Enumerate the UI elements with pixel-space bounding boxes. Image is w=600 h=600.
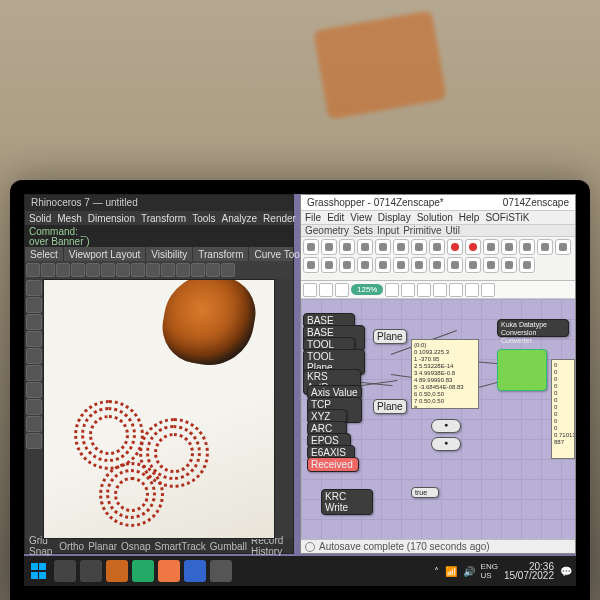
toolbar-button[interactable]	[221, 263, 235, 277]
search-icon[interactable]	[54, 560, 76, 582]
toolbar-button[interactable]	[56, 263, 70, 277]
toolbar-button[interactable]	[26, 263, 40, 277]
side-tool[interactable]	[26, 314, 42, 330]
taskbar-app-rhino[interactable]	[106, 560, 128, 582]
gh-cat-sets[interactable]: Sets	[353, 225, 373, 236]
menu-dimension[interactable]: Dimension	[88, 213, 135, 224]
menu-mesh[interactable]: Mesh	[57, 213, 81, 224]
ribbon-component-icon[interactable]	[501, 239, 517, 255]
gh-menu-view[interactable]: View	[350, 212, 372, 223]
toggle-button[interactable]: ●	[431, 437, 461, 451]
canvas-tool[interactable]	[319, 283, 333, 297]
node-plane-a[interactable]: Plane	[373, 329, 407, 344]
node-received[interactable]: Received	[307, 457, 359, 472]
canvas-tool[interactable]	[335, 283, 349, 297]
menu-render[interactable]: Render	[263, 213, 296, 224]
rhino-menubar[interactable]: Solid Mesh Dimension Transform Tools Ana…	[25, 211, 293, 225]
ribbon-component-icon[interactable]	[519, 239, 535, 255]
ribbon-component-icon[interactable]	[501, 257, 517, 273]
menu-analyze[interactable]: Analyze	[222, 213, 258, 224]
ribbon-component-icon[interactable]	[339, 257, 355, 273]
toolbar-button[interactable]	[86, 263, 100, 277]
ribbon-component-icon[interactable]	[357, 239, 373, 255]
ribbon-component-icon[interactable]	[447, 239, 463, 255]
ribbon-component-icon[interactable]	[339, 239, 355, 255]
ribbon-component-icon[interactable]	[393, 257, 409, 273]
taskbar-app-grasshopper[interactable]	[132, 560, 154, 582]
ribbon-component-icon[interactable]	[375, 239, 391, 255]
side-tool[interactable]	[26, 280, 42, 296]
rhino-titlebar[interactable]: Rhinoceros 7 — untitled	[25, 195, 293, 211]
tray-chevron-icon[interactable]: ˄	[434, 566, 439, 577]
taskbar-app-generic[interactable]	[184, 560, 206, 582]
ribbon-component-icon[interactable]	[429, 239, 445, 255]
osnap-planar[interactable]: Planar	[88, 541, 117, 552]
toolbar-button[interactable]	[41, 263, 55, 277]
toolbar-button[interactable]	[101, 263, 115, 277]
side-tool[interactable]	[26, 382, 42, 398]
toolbar-button[interactable]	[206, 263, 220, 277]
rhino-osnap-bar[interactable]: Grid Snap Ortho Planar Osnap SmartTrack …	[25, 539, 293, 553]
gh-menu-sofistik[interactable]: SOFiSTiK	[485, 212, 529, 223]
ribbon-component-icon[interactable]	[411, 257, 427, 273]
side-tool[interactable]	[26, 433, 42, 449]
gh-cat-primitive[interactable]: Primitive	[403, 225, 441, 236]
gh-filename-tab[interactable]: 0714Zenscape	[503, 195, 569, 210]
toolbar-button[interactable]	[161, 263, 175, 277]
rhino-command-area[interactable]: Command: _ over Banner )	[25, 225, 293, 247]
canvas-tool[interactable]	[385, 283, 399, 297]
toolbar-button[interactable]	[131, 263, 145, 277]
taskbar-app-generic[interactable]	[210, 560, 232, 582]
start-button[interactable]	[28, 560, 50, 582]
rhino-toolbar-tabs[interactable]: Select Viewport Layout Visibility Transf…	[25, 247, 293, 261]
node-converter[interactable]: Kuka Datatype Conversion Converter	[497, 319, 569, 337]
ribbon-component-icon[interactable]	[483, 257, 499, 273]
taskbar-clock[interactable]: 20:36 15/07/2022	[504, 562, 554, 580]
canvas-tool[interactable]	[417, 283, 431, 297]
side-tool[interactable]	[26, 365, 42, 381]
ribbon-component-icon[interactable]	[411, 239, 427, 255]
canvas-tool[interactable]	[401, 283, 415, 297]
tab-viewport-layout[interactable]: Viewport Layout	[64, 247, 147, 261]
gh-menubar[interactable]: File Edit View Display Solution Help SOF…	[301, 211, 575, 225]
taskbar-app-powerpoint[interactable]	[158, 560, 180, 582]
ribbon-component-icon[interactable]	[303, 257, 319, 273]
side-tool[interactable]	[26, 416, 42, 432]
toggle-button[interactable]: ●	[431, 419, 461, 433]
node-green-selected[interactable]	[497, 349, 547, 391]
tab-visibility[interactable]: Visibility	[146, 247, 193, 261]
tab-select[interactable]: Select	[25, 247, 64, 261]
ribbon-component-icon[interactable]	[357, 257, 373, 273]
tray-wifi-icon[interactable]: 📶	[445, 566, 457, 577]
tray-volume-icon[interactable]: 🔊	[463, 566, 475, 577]
gh-cat-geometry[interactable]: Geometry	[305, 225, 349, 236]
ribbon-component-icon[interactable]	[555, 239, 571, 255]
ribbon-component-icon[interactable]	[429, 257, 445, 273]
gh-ribbon-categories[interactable]: Geometry Sets Input Primitive Util	[301, 225, 575, 237]
language-indicator[interactable]: ENG US	[481, 562, 498, 580]
toolbar-button[interactable]	[71, 263, 85, 277]
node-plane-b[interactable]: Plane	[373, 399, 407, 414]
gh-menu-file[interactable]: File	[305, 212, 321, 223]
gh-cat-input[interactable]: Input	[377, 225, 399, 236]
rhino-viewport-perspective[interactable]	[43, 279, 275, 539]
side-tool[interactable]	[26, 297, 42, 313]
menu-tools[interactable]: Tools	[192, 213, 215, 224]
panel-zeros[interactable]: 0 0 0 0 0 0 0 0 0 0 0.71011 887	[551, 359, 575, 459]
canvas-tool[interactable]	[449, 283, 463, 297]
sketch-icon[interactable]	[481, 283, 495, 297]
gh-menu-edit[interactable]: Edit	[327, 212, 344, 223]
ribbon-component-icon[interactable]	[537, 239, 553, 255]
gh-canvas[interactable]: BASE BASE Plane TOOL TOOL Plane KRS ActP…	[301, 299, 575, 539]
tab-transform[interactable]: Transform	[193, 247, 249, 261]
ribbon-component-icon[interactable]	[519, 257, 535, 273]
canvas-tool[interactable]	[433, 283, 447, 297]
notification-center-icon[interactable]: 💬	[560, 566, 572, 577]
osnap-ortho[interactable]: Ortho	[59, 541, 84, 552]
toolbar-button[interactable]	[116, 263, 130, 277]
task-view-icon[interactable]	[80, 560, 102, 582]
ribbon-component-icon[interactable]	[393, 239, 409, 255]
eye-icon[interactable]	[465, 283, 479, 297]
toolbar-button[interactable]	[191, 263, 205, 277]
gh-menu-display[interactable]: Display	[378, 212, 411, 223]
